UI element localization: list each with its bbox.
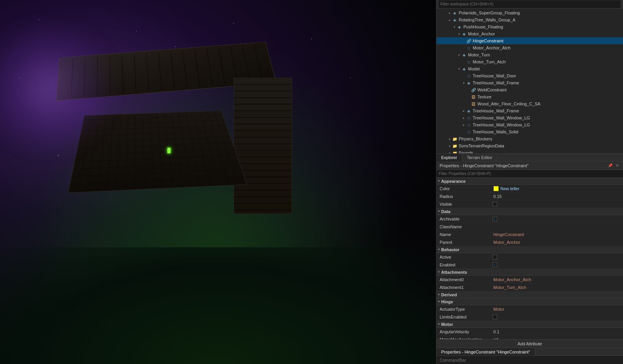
prop-checkbox-limitsenabled[interactable] <box>493 315 497 319</box>
tree-item-model_node[interactable]: ◈Model <box>436 65 623 72</box>
prop-value-number[interactable]: 0.1 <box>491 329 623 334</box>
prop-row-visible: Visible <box>436 200 623 208</box>
tab-properties[interactable]: Properties - HingeConstraint "HingeConst… <box>436 348 535 356</box>
tree-item-hinge_constraint[interactable]: 🔗HingeConstraint <box>436 37 623 44</box>
tree-item-icon-part: □ <box>466 129 472 135</box>
tab-terrain-editor[interactable]: Terrain Editor <box>462 154 497 161</box>
tree-arrow[interactable] <box>461 116 466 120</box>
tree-item-icon-part: □ <box>466 73 472 79</box>
prop-section-motor[interactable]: ▾Motor <box>436 321 623 328</box>
prop-row-archivable: Archivable <box>436 215 623 223</box>
tree-item-treehouse_wall_frame2[interactable]: ◈TreeHouse_Wall_Frame <box>436 107 623 114</box>
tree-item-polaroids[interactable]: ◈Polaroids_SuperGroup_Floating <box>436 9 623 16</box>
tree-arrow[interactable] <box>447 18 452 22</box>
prop-section-behavior[interactable]: ▾Behavior <box>436 246 623 253</box>
tree-arrow[interactable] <box>447 136 452 141</box>
prop-section-attachments[interactable]: ▾Attachments <box>436 269 623 276</box>
tree-item-icon-model: ◈ <box>452 10 458 16</box>
tree-container[interactable]: ◈Polaroids_SuperGroup_Floating◈RotatingT… <box>436 9 623 153</box>
prop-section-hinge[interactable]: ▾Hinge <box>436 298 623 305</box>
tree-arrow[interactable] <box>447 144 452 148</box>
properties-pin-btn[interactable]: 📌 <box>607 163 613 168</box>
tree-item-sons_terrain[interactable]: 📁SonsTerrainRegionData <box>436 142 623 149</box>
command-bar <box>436 355 623 364</box>
tab-explorer[interactable]: Explorer <box>436 154 462 161</box>
tree-item-label: SonsTerrainRegionData <box>459 144 504 148</box>
properties-bottom-tabs: Properties - HingeConstraint "HingeConst… <box>436 348 623 355</box>
prop-name-label: AngularVelocity <box>436 329 491 334</box>
properties-filter-input[interactable] <box>436 170 623 178</box>
tree-arrow[interactable] <box>461 46 466 50</box>
tree-item-motor_anchor[interactable]: ◈Motor_Anchor <box>436 30 623 37</box>
prop-value-text[interactable]: HingeConstraint <box>491 232 623 237</box>
tree-item-label: Sounds <box>459 150 473 153</box>
tree-item-treehouse_wall_frame[interactable]: ◈TreeHouse_Wall_Frame <box>436 79 623 86</box>
tree-arrow[interactable] <box>461 60 466 64</box>
explorer-panel: ◈Polaroids_SuperGroup_Floating◈RotatingT… <box>436 0 623 161</box>
prop-checkbox-active[interactable] <box>493 255 497 259</box>
tree-arrow[interactable] <box>466 102 471 106</box>
tree-item-treehouse_wall_window_lg[interactable]: □TreeHouse_Wall_Window_LG <box>436 114 623 121</box>
properties-close-btn[interactable]: ✕ <box>614 163 620 168</box>
prop-value-color[interactable]: New teller <box>491 186 623 191</box>
prop-section-arrow: ▾ <box>438 210 440 213</box>
tree-item-treehouse[interactable]: ◈PushHouse_Floating <box>436 23 623 30</box>
prop-section-label: Behavior <box>441 247 459 252</box>
prop-name-label: Attachment1 <box>436 285 491 290</box>
tree-item-label: PushHouse_Floating <box>463 24 503 29</box>
prop-section-appearance[interactable]: ▾Appearance <box>436 178 623 185</box>
tree-arrow[interactable] <box>447 150 452 153</box>
tree-item-icon-model: ◈ <box>461 66 467 72</box>
tree-item-icon-model: ◈ <box>457 24 462 30</box>
tree-item-wood_attic[interactable]: 🖼Wood_Attic_Floor_Ceiling_C_SA <box>436 100 623 107</box>
command-bar-input[interactable] <box>440 357 620 364</box>
tree-arrow[interactable] <box>457 66 461 71</box>
prop-checkbox-enabled[interactable] <box>493 262 497 267</box>
prop-checkbox-visible[interactable] <box>493 202 497 206</box>
tree-arrow[interactable] <box>461 108 466 113</box>
tree-item-weld_constraint[interactable]: 🔗WeldConstraint <box>436 86 623 93</box>
tree-item-label: WeldConstraint <box>477 88 507 92</box>
tree-arrow[interactable] <box>461 130 466 134</box>
prop-value-text[interactable]: Motor <box>491 307 623 312</box>
prop-value-text[interactable]: Motor_Turn_Atch <box>491 285 623 290</box>
tree-arrow[interactable] <box>461 38 466 43</box>
glow-element <box>167 148 171 153</box>
prop-value-text[interactable]: Motor_Anchor_Atch <box>491 277 623 282</box>
tree-item-treehouse_wall_window_lg2[interactable]: □TreeHouse_Wall_Window_LG <box>436 121 623 128</box>
tree-arrow[interactable] <box>466 94 471 99</box>
tree-arrow[interactable] <box>461 80 466 85</box>
tree-item-physics_blockers[interactable]: 📁Physics_Blockers <box>436 135 623 142</box>
tree-arrow[interactable] <box>457 32 461 36</box>
tree-arrow[interactable] <box>461 74 466 78</box>
prop-section-arrow: ▾ <box>438 179 440 183</box>
explorer-search-input[interactable] <box>439 0 621 8</box>
tree-arrow[interactable] <box>466 88 471 92</box>
tree-item-motor_turn_atch[interactable]: □Motor_Turn_Atch <box>436 58 623 65</box>
tree-arrow[interactable] <box>461 122 466 127</box>
add-attribute-button[interactable]: Add Attribute <box>436 339 623 348</box>
tree-arrow[interactable] <box>457 52 461 57</box>
tree-item-motor_turn[interactable]: ◈Motor_Turn <box>436 51 623 58</box>
properties-content: ▾AppearanceColorNew tellerRadius0.15Visi… <box>436 178 623 339</box>
tree-item-rotatingtree[interactable]: ◈RotatingTree_Walls_Group_A <box>436 16 623 23</box>
prop-value-text[interactable]: Motor_Anchor <box>491 240 623 245</box>
tree-item-texture_node[interactable]: 🖼Texture <box>436 93 623 100</box>
color-swatch[interactable] <box>493 186 499 191</box>
prop-row-classname: ClassName <box>436 223 623 231</box>
ground-grid <box>68 110 247 193</box>
tree-item-label: TreeHouse_Wall_Door <box>473 74 516 78</box>
slat-wall <box>234 78 292 214</box>
prop-section-data[interactable]: ▾Data <box>436 208 623 215</box>
tree-item-motor_anchor_atch[interactable]: □Motor_Anchor_Atch <box>436 44 623 51</box>
tree-item-treehouse_wall_door[interactable]: □TreeHouse_Wall_Door <box>436 72 623 79</box>
prop-checkbox-archivable[interactable] <box>493 217 497 221</box>
tree-item-label: Motor_Anchor <box>468 32 495 36</box>
prop-value-number[interactable]: 0.15 <box>491 194 623 199</box>
tree-item-treehouse_walls_solid[interactable]: □TreeHouse_Walls_Solid <box>436 128 623 135</box>
prop-section-label: Derived <box>441 292 457 297</box>
tree-arrow[interactable] <box>447 10 452 15</box>
tree-item-sounds[interactable]: 📁Sounds <box>436 149 623 153</box>
tree-arrow[interactable] <box>452 24 457 29</box>
prop-section-derived[interactable]: ▾Derived <box>436 291 623 298</box>
